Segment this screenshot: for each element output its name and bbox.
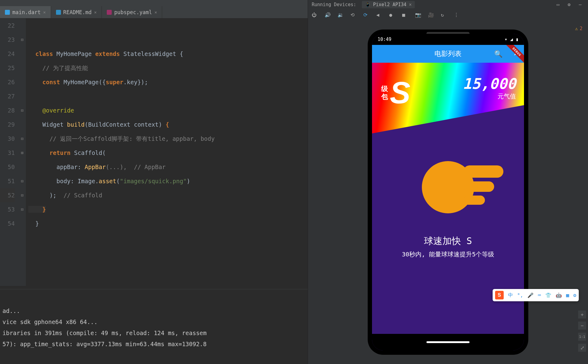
android-nav-bar[interactable] <box>372 334 524 350</box>
points-unit: 元气值 <box>463 92 516 101</box>
points-display: 15,000 元气值 <box>463 75 516 101</box>
fold-gutter[interactable]: ⊟ ⊟ ⊟⊞ ⊟⊟⊟ <box>18 18 26 286</box>
close-icon[interactable]: × <box>94 10 97 15</box>
zoom-controls: + − 1:1 ⤢ <box>578 311 586 352</box>
skill-title: 球速加快 S <box>372 235 524 247</box>
code-editor[interactable]: 222324 252627 282930 315051 525354 ⊟ ⊟ ⊟… <box>0 18 308 286</box>
clock-label: 10:49 <box>378 37 391 42</box>
phone-screen[interactable]: 10:49 ▾ ◢ ▮ 电影列表 🔍 ➤ 级 包 <box>372 34 524 350</box>
rotate-right-icon[interactable]: ⟳ <box>363 12 369 18</box>
editor-tab-bar: main.dart × README.md × pubspec.yaml × <box>0 6 308 18</box>
tab-readme-md[interactable]: README.md × <box>51 6 102 18</box>
power-icon[interactable]: ⏻ <box>312 12 317 18</box>
phone-frame: 10:49 ▾ ◢ ▮ 电影列表 🔍 ➤ 级 包 <box>368 30 528 355</box>
close-icon[interactable]: × <box>43 10 46 15</box>
stop-icon[interactable]: ■ <box>402 12 408 18</box>
grade-cn-bot: 包 <box>381 93 388 101</box>
robot-icon[interactable]: 🤖 <box>556 292 562 298</box>
rotate-left-icon[interactable]: ⟲ <box>350 12 356 18</box>
nav-pill[interactable] <box>426 341 470 343</box>
grade-cn-top: 级 <box>381 85 388 93</box>
ime-punct-icon[interactable]: °, <box>517 292 523 298</box>
zoom-actual-button[interactable]: 1:1 <box>578 333 586 341</box>
back-icon[interactable]: ◀ <box>376 12 382 18</box>
search-icon[interactable]: 🔍 <box>494 50 502 58</box>
appbar-title: 电影列表 <box>434 49 462 58</box>
tab-main-dart[interactable]: main.dart × <box>0 6 51 18</box>
microphone-icon[interactable]: 🎤 <box>527 292 534 298</box>
zoom-out-button[interactable]: − <box>578 322 586 330</box>
markdown-file-icon <box>56 10 61 15</box>
running-device-name: Pixel2 API34 <box>373 2 406 7</box>
run-console[interactable]: ad... vice sdk gphone64 x86 64... ibrari… <box>0 289 308 364</box>
running-device-tab[interactable]: 📱 Pixel2 API34 × <box>362 1 415 8</box>
skill-description: 30秒内, 能量球球速提升5个等级 <box>372 250 524 259</box>
android-status-bar: 10:49 ▾ ◢ ▮ <box>372 34 524 45</box>
zoom-in-button[interactable]: + <box>578 311 586 318</box>
dart-file-icon <box>5 10 10 15</box>
grade-letter: S <box>390 75 410 110</box>
screenshot-icon[interactable]: 📷 <box>415 12 421 18</box>
skin-icon[interactable]: 👕 <box>545 292 551 298</box>
zoom-fit-button[interactable]: ⤢ <box>578 344 586 352</box>
volume-down-icon[interactable]: 🔉 <box>338 12 343 18</box>
gear-icon[interactable]: ⚙ <box>568 2 573 7</box>
phone-viewport: 10:49 ▾ ◢ ▮ 电影列表 🔍 ➤ 级 包 <box>308 20 588 364</box>
minimize-icon[interactable]: — <box>579 2 584 7</box>
grade-badge: 级 包 S <box>381 75 410 110</box>
sogou-logo-icon[interactable]: S <box>495 291 504 299</box>
status-icons: ▾ ◢ ▮ <box>505 37 518 42</box>
speedball-icon <box>422 161 474 213</box>
settings-gear-icon[interactable]: ⚙ <box>573 292 576 298</box>
ime-toolbar[interactable]: S 中 °, 🎤 ⌨ 👕 🤖 ▦ ⚙ <box>493 289 579 301</box>
record-icon[interactable]: ● <box>389 12 395 18</box>
emulator-panel: Running Devices: 📱 Pixel2 API34 × ▭ ⚙ — … <box>308 0 588 364</box>
volume-up-icon[interactable]: 🔊 <box>325 12 330 18</box>
close-icon[interactable]: × <box>409 2 412 7</box>
code-content[interactable]: class MyHomePage extends StatelessWidget… <box>26 18 308 286</box>
running-devices-label: Running Devices: <box>312 2 356 7</box>
ime-lang-toggle[interactable]: 中 <box>508 292 513 299</box>
close-icon[interactable]: × <box>154 10 157 15</box>
reload-icon[interactable]: ↻ <box>441 12 446 18</box>
points-value: 15,000 <box>463 75 516 92</box>
yaml-file-icon <box>107 10 112 15</box>
tab-pubspec-yaml[interactable]: pubspec.yaml × <box>102 6 162 18</box>
tab-label: main.dart <box>12 9 41 15</box>
tab-label: pubspec.yaml <box>114 9 152 15</box>
grid-icon[interactable]: ▦ <box>566 292 569 298</box>
phone-icon: 📱 <box>365 2 371 7</box>
keyboard-icon[interactable]: ⌨ <box>538 292 541 298</box>
screen-record-icon[interactable]: 🎥 <box>428 12 434 18</box>
line-number-gutter: 222324 252627 282930 315051 525354 <box>0 18 18 286</box>
tab-label: README.md <box>63 9 92 15</box>
flutter-appbar: 电影列表 🔍 ➤ <box>372 45 524 63</box>
running-devices-bar: Running Devices: 📱 Pixel2 API34 × ▭ ⚙ — <box>308 0 588 9</box>
emulator-action-bar: ⏻ 🔊 🔉 ⟲ ⟳ ◀ ● ■ 📷 🎥 ↻ ⋮ <box>308 9 588 20</box>
window-icon[interactable]: ▭ <box>557 2 562 7</box>
more-icon[interactable]: ⋮ <box>454 12 459 18</box>
